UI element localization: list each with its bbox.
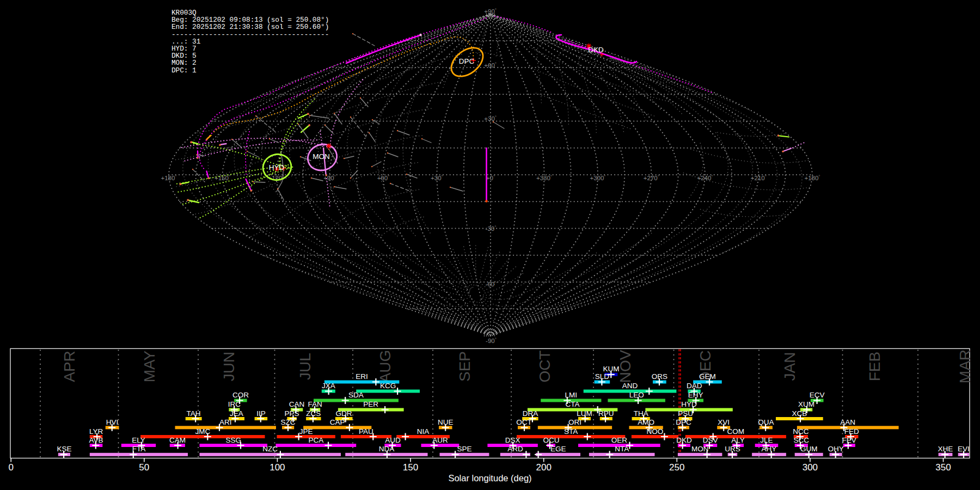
svg-text:JEA: JEA (230, 409, 243, 418)
svg-text:SEP: SEP (456, 351, 473, 382)
svg-text:CAN: CAN (289, 400, 305, 408)
svg-text:XHE: XHE (938, 445, 953, 453)
svg-text:NDA: NDA (379, 445, 395, 453)
svg-text:350: 350 (935, 462, 951, 473)
svg-text:RPU: RPU (598, 409, 614, 418)
svg-text:SZC: SZC (281, 418, 296, 426)
svg-text:MAR: MAR (957, 350, 973, 383)
svg-text:TAH: TAH (187, 409, 201, 418)
svg-text:CTA: CTA (566, 400, 580, 408)
svg-text:CAP: CAP (330, 418, 345, 426)
svg-text:DKD: DKD (588, 46, 604, 54)
svg-text:DAD: DAD (687, 382, 702, 390)
svg-text:NOO: NOO (647, 427, 664, 436)
svg-text:NTA: NTA (615, 445, 629, 453)
svg-text:ORI: ORI (568, 418, 581, 426)
svg-text:EGE: EGE (550, 445, 566, 453)
svg-text:NIA: NIA (417, 427, 430, 436)
svg-text:AUD: AUD (385, 436, 401, 444)
svg-text:XVI: XVI (718, 418, 730, 426)
svg-text:Solar longitude (deg): Solar longitude (deg) (448, 473, 531, 483)
svg-text:LYR: LYR (89, 427, 103, 436)
svg-text:AVB: AVB (89, 436, 103, 444)
svg-text:AUR: AUR (432, 436, 448, 444)
svg-text:HVI: HVI (106, 418, 119, 426)
svg-text:JUL: JUL (297, 353, 314, 380)
svg-text:HYD: HYD (269, 163, 285, 171)
svg-text:JPE: JPE (299, 427, 313, 436)
svg-text:PER: PER (363, 400, 378, 408)
svg-text:DPC: DPC (459, 57, 475, 65)
svg-text:AHY: AHY (762, 445, 777, 453)
svg-text:OCT: OCT (516, 418, 532, 426)
svg-text:LMI: LMI (565, 391, 578, 399)
svg-text:SDA: SDA (348, 391, 364, 399)
svg-text:STA: STA (564, 427, 578, 436)
svg-text:NUE: NUE (438, 418, 454, 426)
svg-text:GEM: GEM (699, 372, 716, 381)
svg-text:KUM: KUM (603, 365, 619, 373)
svg-text:+180°: +180° (804, 174, 820, 181)
svg-text:COR: COR (232, 391, 249, 399)
svg-text:ERI: ERI (356, 372, 368, 381)
svg-text:DRA: DRA (523, 409, 538, 418)
svg-text:+240°: +240° (697, 174, 713, 181)
svg-text:LEO: LEO (629, 391, 644, 399)
svg-text:+180°: +180° (161, 174, 176, 181)
svg-text:ZCS: ZCS (306, 409, 321, 418)
svg-text:+60°: +60° (377, 174, 390, 181)
svg-text:PCA: PCA (309, 436, 324, 444)
svg-text:SLD: SLD (595, 372, 610, 381)
svg-text:IIP: IIP (256, 409, 266, 418)
svg-text:NCC: NCC (793, 427, 808, 436)
svg-text:AND: AND (622, 382, 638, 390)
svg-text:250: 250 (669, 462, 684, 473)
svg-text:JLE: JLE (760, 436, 773, 444)
svg-text:FED: FED (844, 427, 859, 436)
svg-text:ORS: ORS (652, 372, 667, 381)
svg-text:MON: MON (313, 152, 330, 161)
svg-text:OCT: OCT (536, 350, 553, 382)
svg-text:JUN: JUN (220, 352, 237, 381)
svg-text:IRC: IRC (228, 400, 241, 408)
svg-text:OCU: OCU (543, 436, 559, 444)
svg-text:DPC: 1: DPC: 1 (171, 66, 197, 75)
svg-text:ECV: ECV (810, 391, 825, 399)
svg-text:SSG: SSG (226, 436, 242, 444)
svg-text:DKD: DKD (676, 436, 692, 444)
svg-text:JXA: JXA (322, 382, 335, 390)
svg-text:DSX: DSX (505, 436, 520, 444)
svg-text:FEB: FEB (866, 352, 883, 381)
svg-text:100: 100 (270, 462, 285, 473)
svg-text:AMO: AMO (638, 418, 654, 426)
svg-text:FTA: FTA (132, 445, 146, 453)
svg-text:SCC: SCC (794, 436, 810, 444)
svg-text:OER: OER (611, 436, 628, 444)
svg-text:AUG: AUG (377, 350, 394, 383)
svg-text:KCG: KCG (380, 382, 396, 390)
svg-text:PPS: PPS (285, 409, 299, 418)
svg-text:DSV: DSV (703, 436, 718, 444)
svg-text:GUM: GUM (800, 445, 818, 453)
svg-text:PAU: PAU (359, 427, 373, 436)
svg-text:MON: MON (691, 445, 709, 453)
svg-text:EHY: EHY (688, 391, 703, 399)
svg-text:SPE: SPE (457, 445, 471, 453)
svg-text:200: 200 (536, 462, 552, 473)
svg-text:ARD: ARD (507, 445, 523, 453)
svg-text:AAN: AAN (840, 418, 855, 426)
svg-text:0: 0 (8, 462, 13, 473)
svg-text:+300°: +300° (590, 174, 605, 181)
svg-text:50: 50 (139, 462, 149, 473)
svg-text:XCB: XCB (792, 409, 807, 418)
svg-text:+90°: +90° (484, 8, 497, 15)
svg-text:COM: COM (727, 427, 745, 436)
svg-text:THA: THA (634, 409, 648, 418)
svg-text:DPC: DPC (676, 418, 691, 426)
svg-text:+210°: +210° (751, 174, 767, 181)
svg-text:CAM: CAM (169, 436, 186, 444)
svg-text:JAN: JAN (781, 352, 798, 381)
svg-text:JMC: JMC (195, 427, 210, 436)
svg-text:150: 150 (403, 462, 418, 473)
svg-text:KSE: KSE (57, 445, 71, 453)
